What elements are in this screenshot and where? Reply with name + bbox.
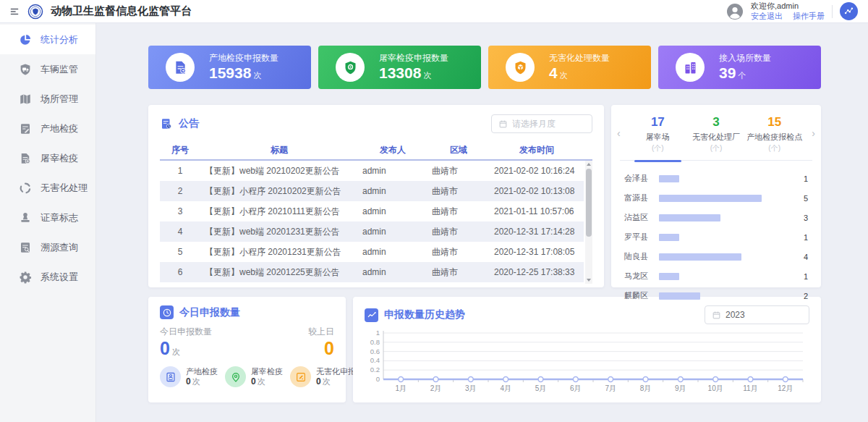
table-cell: 2 <box>160 186 200 196</box>
bar-fill <box>659 234 679 241</box>
svg-text:0.6: 0.6 <box>370 347 380 355</box>
bar-track <box>659 273 791 280</box>
places-tab-1[interactable]: 3无害化处理厂(个) <box>687 115 746 153</box>
header-divider <box>832 5 833 18</box>
sidebar-item-7[interactable]: 溯源查询 <box>0 232 95 262</box>
today-items: 产地检疫0次屠宰检疫0次无害化申报0次 <box>160 366 334 387</box>
table-cell: admin <box>358 166 427 176</box>
svg-text:10月: 10月 <box>708 384 723 392</box>
places-panel: ‹ › 17屠宰场(个)3无害化处理厂(个)15产地检疫报检点(个) 会泽县1富… <box>611 105 821 287</box>
sidebar-item-0[interactable]: 统计分析 <box>0 25 95 54</box>
today-item-0: 产地检疫0次 <box>160 366 218 387</box>
today-item-1: 屠宰检疫0次 <box>225 366 283 387</box>
today-item-label: 产地检疫 <box>186 366 218 376</box>
table-cell: 曲靖市 <box>427 185 490 198</box>
today-title: 今日申报数量 <box>179 306 240 319</box>
stat-card-value: 39个 <box>719 64 771 82</box>
scroll-down-icon[interactable] <box>587 279 591 282</box>
today-item-unit: 次 <box>323 377 331 386</box>
places-tab-value: 3 <box>687 115 746 130</box>
table-cell: 曲靖市 <box>427 226 490 238</box>
month-picker[interactable]: 请选择月度 <box>491 114 592 133</box>
places-tab-0[interactable]: 17屠宰场(个) <box>629 115 687 153</box>
places-tab-unit: (个) <box>629 143 687 153</box>
bar-row: 富源县5 <box>624 188 808 208</box>
table-scrollbar[interactable] <box>585 161 592 284</box>
today-item-unit: 次 <box>192 377 200 386</box>
table-row[interactable]: 2【更新】小程序 20210202更新公告admin曲靖市2021-02-02 … <box>160 181 584 201</box>
bar-fill <box>659 273 679 280</box>
today-card: 今日申报数量 今日申报数量 较上日 0次 0 产地检疫0次屠宰检疫0次无害化申报… <box>148 297 346 402</box>
scroll-up-icon[interactable] <box>587 163 591 166</box>
today-item-icon-circle <box>225 366 246 387</box>
app-logo-icon <box>27 4 43 20</box>
calendar-icon <box>712 311 721 320</box>
table-row[interactable]: 1【更新】web端 20210202更新公告admin曲靖市2021-02-02… <box>160 161 584 181</box>
scrollbar-thumb[interactable] <box>586 169 592 237</box>
stat-card-label: 屠宰检疫申报数量 <box>379 52 448 64</box>
bar-value: 3 <box>796 214 808 222</box>
bar-category-label: 罗平县 <box>624 232 653 242</box>
hamburger-menu-icon[interactable] <box>9 7 20 17</box>
svg-text:3月: 3月 <box>465 384 477 392</box>
stat-card-2: 无害化处理数量4次 <box>488 46 651 89</box>
table-row[interactable]: 4【更新】web端 20201231更新公告admin曲靖市2020-12-31… <box>160 221 584 242</box>
sidebar-item-4[interactable]: 屠宰检疫 <box>0 143 95 173</box>
sidebar-item-1[interactable]: 车辆监管 <box>0 54 95 84</box>
today-item-count: 0 <box>186 376 191 387</box>
year-picker[interactable]: 2023 <box>705 305 809 324</box>
stat-card-3: 接入场所数量39个 <box>658 46 821 89</box>
sidebar-item-label: 系统设置 <box>41 271 78 284</box>
svg-text:6月: 6月 <box>570 384 582 392</box>
places-tabs: 17屠宰场(个)3无害化处理厂(个)15产地检疫报检点(个) <box>620 115 812 161</box>
sidebar-item-3[interactable]: 产地检疫 <box>0 114 95 143</box>
table-row[interactable]: 6【更新】web端 20201225更新公告admin曲靖市2020-12-25… <box>160 262 584 282</box>
today-item-value: 0次 <box>251 376 283 387</box>
avatar-icon[interactable] <box>726 3 744 20</box>
sidebar-item-label: 证章标志 <box>41 211 78 224</box>
table-cell: 【更新】web端 20210202更新公告 <box>200 165 358 177</box>
document-add-icon <box>19 152 32 165</box>
table-cell: 曲靖市 <box>427 206 490 218</box>
svg-text:8月: 8月 <box>640 384 652 392</box>
today-compare-value: 0 <box>324 339 334 358</box>
sidebar-item-6[interactable]: 证章标志 <box>0 203 95 232</box>
svg-text:4月: 4月 <box>500 384 511 392</box>
logout-link[interactable]: 安全退出 <box>751 12 783 22</box>
main-content: 产地检疫申报数量15938次屠宰检疫申报数量13308次无害化处理数量4次接入场… <box>96 23 868 422</box>
places-tab-2[interactable]: 15产地检疫报检点(个) <box>745 115 804 153</box>
table-row[interactable]: 3【更新】小程序 20210111更新公告admin曲靖市2021-01-11 … <box>160 201 584 221</box>
stat-card-text: 产地检疫申报数量15938次 <box>209 52 278 82</box>
sidebar-item-5[interactable]: 无害化处理 <box>0 173 95 203</box>
stat-card-unit: 次 <box>423 71 431 80</box>
bar-track <box>659 234 791 241</box>
today-compare-label: 较上日 <box>308 326 334 338</box>
table-column-header: 标题 <box>200 144 358 156</box>
share-button[interactable] <box>840 2 858 20</box>
sidebar-item-label: 产地检疫 <box>41 122 78 135</box>
today-item-label: 屠宰检疫 <box>251 366 283 376</box>
today-item-text: 屠宰检疫0次 <box>251 366 283 387</box>
document-search-icon <box>19 241 32 254</box>
svg-text:7月: 7月 <box>605 384 616 392</box>
sidebar-item-label: 场所管理 <box>41 93 78 106</box>
document-badge-icon <box>173 60 188 75</box>
table-column-header: 发布人 <box>358 144 427 156</box>
bar-row: 罗平县1 <box>624 227 808 247</box>
table-row[interactable]: 5【更新】小程序 20201231更新公告admin曲靖市2020-12-31 … <box>160 242 584 262</box>
shield-target-icon <box>343 60 358 75</box>
sidebar-item-2[interactable]: 场所管理 <box>0 84 95 114</box>
table-cell: 2021-02-02 10:13:08 <box>490 186 584 196</box>
buildings-icon <box>683 60 698 75</box>
chevron-right-icon[interactable]: › <box>812 128 815 138</box>
svg-text:1: 1 <box>376 329 380 337</box>
stat-card-0: 产地检疫申报数量15938次 <box>148 46 311 89</box>
calendar-icon <box>498 119 508 129</box>
sidebar-item-8[interactable]: 系统设置 <box>0 262 95 292</box>
today-total-unit: 次 <box>172 347 180 356</box>
table-cell: 【更新】web端 20201231更新公告 <box>200 226 358 238</box>
table-cell: 曲靖市 <box>427 165 490 177</box>
manual-link[interactable]: 操作手册 <box>793 12 825 22</box>
recycle-icon <box>19 182 32 195</box>
bar-track <box>659 175 791 182</box>
